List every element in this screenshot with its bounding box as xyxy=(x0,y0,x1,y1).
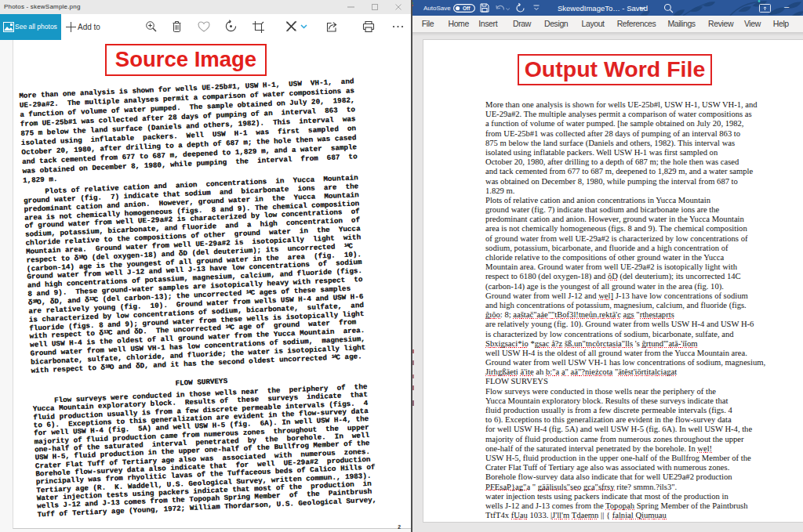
svg-text:Off: Off xyxy=(463,5,471,11)
